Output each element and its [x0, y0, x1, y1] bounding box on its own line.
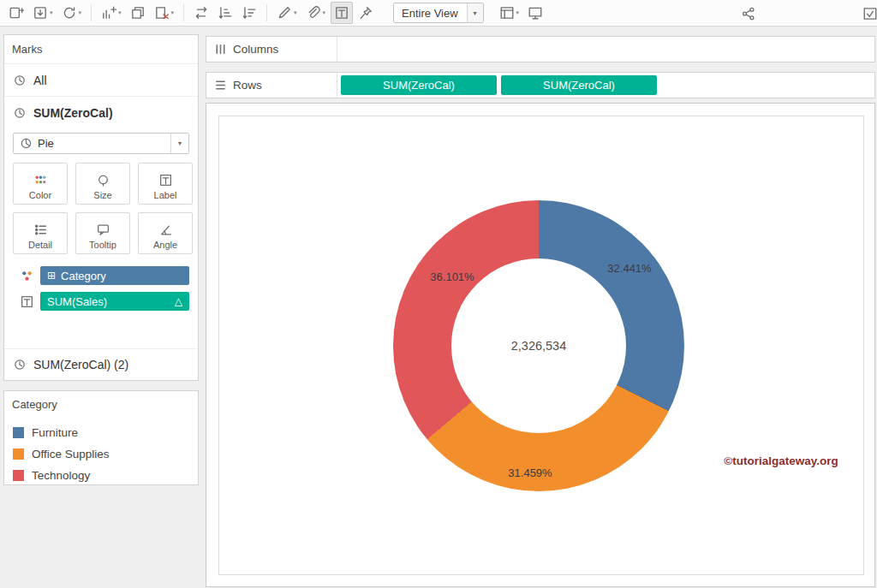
- legend-item[interactable]: Furniture: [13, 422, 198, 443]
- save-icon: [33, 5, 48, 21]
- swap-axes-button[interactable]: [190, 2, 212, 24]
- text-label-icon: [158, 173, 173, 187]
- legend-item[interactable]: Technology: [13, 465, 198, 486]
- clear-sheet-button[interactable]: ▾: [151, 2, 178, 24]
- chevron-down-icon: ▾: [323, 9, 326, 16]
- marks-section-sum-zerocal-2[interactable]: SUM(ZeroCal) (2): [4, 348, 198, 380]
- show-mark-labels-button[interactable]: [331, 2, 353, 24]
- detail-button-label: Detail: [28, 240, 52, 250]
- sum-sales-pill-label: SUM(Sales): [47, 295, 107, 308]
- columns-shelf-label: Columns: [206, 37, 337, 62]
- delta-icon: △: [175, 295, 182, 307]
- slice-label-furniture: 32.441%: [607, 262, 651, 275]
- rows-shelf-label: Rows: [206, 73, 337, 98]
- sum-sales-pill[interactable]: SUM(Sales) △: [40, 292, 189, 311]
- legend-swatch: [13, 427, 24, 438]
- sort-descending-button[interactable]: [238, 2, 260, 24]
- group-members-button[interactable]: ▾: [302, 2, 330, 24]
- size-icon: [96, 173, 110, 187]
- clear-sheet-icon: [154, 5, 170, 21]
- new-worksheet-button[interactable]: ▾: [98, 2, 125, 24]
- duplicate-icon: [130, 5, 146, 21]
- new-datasource-icon: [9, 5, 24, 21]
- new-datasource-button[interactable]: [5, 2, 27, 24]
- legend-swatch: [13, 448, 24, 460]
- chevron-down-icon: ▾: [294, 9, 297, 16]
- redo-button[interactable]: ▾: [58, 2, 86, 24]
- rows-pill-sum-zerocal-2[interactable]: SUM(ZeroCal): [501, 75, 657, 95]
- detail-icon: [33, 223, 48, 237]
- marks-section-sum-zerocal-2-label: SUM(ZeroCal) (2): [33, 358, 128, 371]
- toolbar-separator: [266, 4, 267, 21]
- mark-type-icon: [13, 106, 27, 120]
- worksheet-canvas: 2,326,534 32.441% 31.459% 36.101% ©tutor…: [206, 103, 875, 587]
- columns-shelf-text: Columns: [233, 43, 278, 56]
- marks-buttons: Color Size Label Detail Tooltip Angle: [4, 163, 198, 254]
- category-pill-label: Category: [61, 270, 106, 282]
- fit-dropdown[interactable]: Entire View ▾: [393, 3, 484, 23]
- tableau-window: ▾ ▾ ▾ ▾ ▾: [0, 0, 877, 588]
- fit-dropdown-value: Entire View: [394, 7, 467, 20]
- show-hide-cards-button[interactable]: ▾: [496, 2, 523, 24]
- legend-item-label: Furniture: [32, 426, 78, 439]
- mark-type-value: Pie: [38, 137, 54, 150]
- chevron-down-icon: ▾: [516, 9, 520, 16]
- chevron-down-icon: ▾: [50, 9, 53, 16]
- angle-button[interactable]: Angle: [138, 212, 193, 254]
- legend-title: Category: [4, 391, 198, 417]
- tooltip-button[interactable]: Tooltip: [75, 212, 130, 254]
- color-button[interactable]: Color: [13, 163, 68, 205]
- legend-item-label: Technology: [32, 469, 90, 482]
- marks-section-sum-zerocal-label: SUM(ZeroCal): [33, 106, 113, 120]
- tooltip-button-label: Tooltip: [89, 240, 116, 250]
- cards-icon: [499, 5, 515, 21]
- tooltip-icon: [96, 223, 110, 237]
- angle-button-label: Angle: [153, 240, 177, 250]
- highlight-button[interactable]: ▾: [273, 2, 301, 24]
- share-button[interactable]: [737, 3, 760, 25]
- chevron-down-icon: ▾: [118, 9, 122, 16]
- marks-section-all[interactable]: All: [4, 64, 198, 97]
- columns-shelf-content[interactable]: [337, 37, 874, 62]
- toolbar: ▾ ▾ ▾ ▾ ▾: [0, 0, 877, 27]
- size-button[interactable]: Size: [75, 163, 130, 205]
- donut-hole: 2,326,534: [451, 258, 626, 433]
- mark-type-dropdown[interactable]: Pie ▾: [13, 133, 189, 154]
- chevron-down-icon: ▾: [171, 9, 175, 16]
- rows-shelf-content[interactable]: SUM(ZeroCal) SUM(ZeroCal): [337, 73, 874, 98]
- detail-button[interactable]: Detail: [13, 212, 68, 254]
- mark-type-icon: [13, 358, 27, 371]
- label-shelf-row: SUM(Sales) △: [4, 292, 198, 311]
- rows-pill-sum-zerocal-1[interactable]: SUM(ZeroCal): [341, 75, 497, 95]
- duplicate-sheet-button[interactable]: [127, 2, 149, 24]
- columns-shelf: Columns: [206, 36, 875, 62]
- legend-items: Furniture Office Supplies Technology: [4, 417, 198, 486]
- color-shelf-row: ⊞ Category: [4, 266, 198, 285]
- legend-item[interactable]: Office Supplies: [13, 443, 198, 465]
- color-shelf-icon: [20, 269, 34, 283]
- donut-center-total: 2,326,534: [511, 339, 567, 353]
- marks-card-title: Marks: [4, 35, 198, 64]
- sort-ascending-icon: [218, 5, 233, 21]
- label-button-label: Label: [154, 190, 177, 200]
- presentation-mode-button[interactable]: [524, 2, 546, 24]
- size-button-label: Size: [93, 190, 111, 200]
- category-pill[interactable]: ⊞ Category: [40, 266, 189, 285]
- fix-axes-button[interactable]: [355, 2, 377, 24]
- pie-mark-icon: [20, 137, 33, 150]
- chevron-down-icon[interactable]: ▾: [170, 134, 188, 153]
- text-label-icon: [334, 5, 349, 21]
- new-worksheet-icon: [101, 5, 116, 21]
- sort-ascending-button[interactable]: [214, 2, 236, 24]
- rows-icon: [214, 79, 227, 92]
- rows-shelf-text: Rows: [233, 79, 262, 92]
- plus-box-icon: ⊞: [47, 270, 56, 282]
- show-me-icon: [862, 6, 877, 21]
- presentation-icon: [528, 5, 543, 21]
- sort-descending-icon: [242, 5, 257, 21]
- save-button[interactable]: ▾: [29, 2, 57, 24]
- show-me-button[interactable]: [859, 3, 877, 25]
- label-button[interactable]: Label: [138, 163, 193, 205]
- chevron-down-icon[interactable]: ▾: [467, 3, 483, 22]
- marks-section-sum-zerocal[interactable]: SUM(ZeroCal): [4, 97, 198, 129]
